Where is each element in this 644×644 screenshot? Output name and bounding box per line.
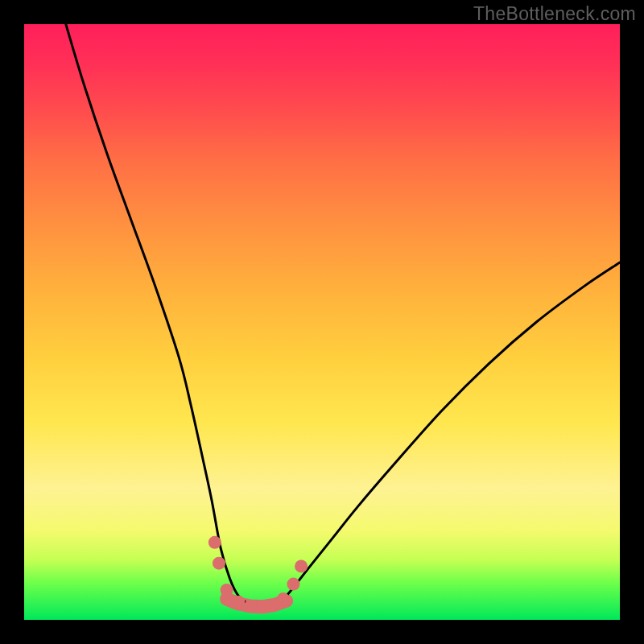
- marker-dot: [208, 536, 221, 549]
- marker-dot: [287, 578, 299, 591]
- marker-dot: [232, 596, 245, 609]
- marker-dot: [295, 559, 308, 572]
- marker-dot: [244, 600, 257, 613]
- watermark-text: TheBottleneck.com: [473, 3, 636, 25]
- marker-dot: [213, 557, 225, 570]
- marker-dot: [256, 601, 269, 613]
- marker-dot: [277, 592, 290, 605]
- bottleneck-curve-line: [66, 24, 620, 607]
- chart-frame: TheBottleneck.com: [0, 0, 644, 644]
- curve-path: [66, 24, 620, 607]
- chart-svg: [24, 24, 620, 620]
- marker-dot: [221, 584, 233, 597]
- plot-area: [24, 24, 620, 620]
